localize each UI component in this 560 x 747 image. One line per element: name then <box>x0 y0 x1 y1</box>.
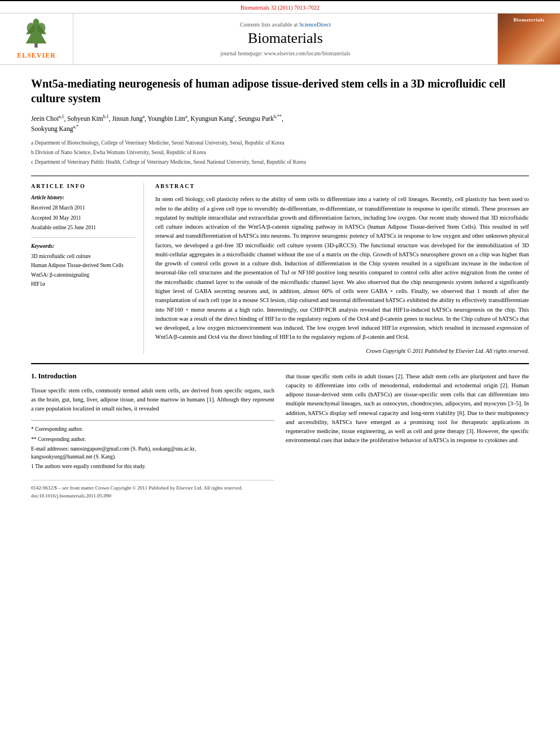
journal-title-area: Contents lists available at ScienceDirec… <box>73 14 498 64</box>
elsevier-logo-area: ELSEVIER <box>0 14 73 64</box>
footnote-dstar: ** Corresponding author. <box>31 435 274 443</box>
affiliation-c: c Department of Veterinary Public Health… <box>31 158 529 167</box>
article-info-heading: ARTICLE INFO <box>31 183 135 189</box>
author1-sup: a,1 <box>59 114 64 119</box>
affiliations: a Department of Biotechnology, College o… <box>31 139 529 167</box>
author3-sup: a <box>143 114 145 119</box>
keyword-2: Human Adipose Tissue-derived Stem Cells <box>31 261 135 269</box>
introduction-section: 1. Introduction Tissue specific stem cel… <box>31 363 529 500</box>
accepted-date: Accepted 30 May 2011 <box>31 214 135 222</box>
author5-sup: c <box>233 114 235 119</box>
author7-sup: a,* <box>73 125 78 130</box>
author1: Jeein Choi <box>31 115 59 122</box>
author2: Sohyeun Kim <box>67 115 103 122</box>
svg-point-4 <box>33 19 40 27</box>
affiliation-a: a Department of Biotechnology, College o… <box>31 139 529 147</box>
footnote-email: E-mail addresses: nanosingapore@gmail.co… <box>31 445 274 461</box>
article-info-abstract: ARTICLE INFO Article history: Received 2… <box>31 176 529 353</box>
body-left-col: 1. Introduction Tissue specific stem cel… <box>31 372 274 500</box>
elsevier-tree-icon <box>19 19 53 50</box>
page-wrapper: Biomaterials 32 (2011) 7013–7022 ELSEVIE… <box>0 0 560 747</box>
authors: Jeein Choia,1, Sohyeun Kimb,1, Jinsun Ju… <box>31 113 529 134</box>
intro-title: 1. Introduction <box>31 372 274 381</box>
abstract-col: ABSTRACT In stem cell biology, cell plas… <box>155 183 529 353</box>
abstract-heading: ABSTRACT <box>155 183 529 189</box>
author3: Jinsun Jung <box>112 115 143 122</box>
journal-header: Biomaterials 32 (2011) 7013–7022 ELSEVIE… <box>0 0 560 65</box>
journal-homepage: journal homepage: www.elsevier.com/locat… <box>221 50 351 56</box>
header-inner: ELSEVIER Contents lists available at Sci… <box>0 13 560 64</box>
sciencedirect-link[interactable]: ScienceDirect <box>299 21 331 28</box>
author4-sup: a <box>185 114 187 119</box>
sciencedirect-text: Contents lists available at ScienceDirec… <box>240 21 331 28</box>
available-date: Available online 25 June 2011 <box>31 224 135 231</box>
intro-para1: Tissue specific stem cells, commonly ter… <box>31 386 274 414</box>
email2: sookang@snu.ac.kr, <box>152 446 196 452</box>
received-date: Received 28 March 2011 <box>31 204 135 212</box>
footnote-1: 1 The authors were equally contributed f… <box>31 462 274 470</box>
author7: Sookyung Kang <box>31 125 73 132</box>
keywords-label: Keywords: <box>31 243 135 249</box>
footer-bar: 0142-9612/$ – see front matter Crown Cop… <box>31 480 274 500</box>
intro-para2: that tissue specific stem cells in adult… <box>286 372 529 445</box>
keyword-3: Wnt5A/ β-cateninsignaling <box>31 271 135 279</box>
email3: kangsookyung@hanmail.net (S. Kang). <box>31 454 116 460</box>
author4: Youngbin Lim <box>147 115 185 122</box>
keyword-1: 3D microfluidic cell culture <box>31 252 135 260</box>
elsevier-logo: ELSEVIER <box>17 19 56 60</box>
copyright-text: Crown Copyright © 2011 Published by Else… <box>155 348 529 354</box>
author6-sup: b,** <box>274 114 282 119</box>
email-label: E-mail addresses: <box>31 446 69 452</box>
journal-name: Biomaterials <box>248 30 323 47</box>
author2-sup: b,1 <box>103 114 109 119</box>
keyword-4: HIF1α <box>31 280 135 288</box>
article-info-col: ARTICLE INFO Article history: Received 2… <box>31 183 144 353</box>
body-right-col: that tissue specific stem cells in adult… <box>286 372 529 500</box>
divider <box>31 237 135 238</box>
author6: Seungsu Park <box>238 115 274 122</box>
main-content: Wnt5a-mediating neurogenesis of human ad… <box>0 65 560 511</box>
journal-citation: Biomaterials 32 (2011) 7013–7022 <box>0 5 560 11</box>
footnotes: * Corresponding author. ** Corresponding… <box>31 420 274 470</box>
footnote-star: * Corresponding author. <box>31 425 274 433</box>
affiliation-b: b Division of Nano Science, Ewha Womans … <box>31 148 529 157</box>
footer-issn: 0142-9612/$ – see front matter Crown Cop… <box>31 484 274 492</box>
biomaterials-logo-area: Biomaterials <box>498 14 560 64</box>
footer-doi: doi:10.1016/j.biomaterials.2011.05.090 <box>31 492 274 500</box>
author5: Kyungsun Kang <box>191 115 233 122</box>
abstract-text: In stem cell biology, cell plasticity re… <box>155 195 529 342</box>
body-two-col: 1. Introduction Tissue specific stem cel… <box>31 372 529 500</box>
article-history-label: Article history: <box>31 195 135 200</box>
article-title: Wnt5a-mediating neurogenesis of human ad… <box>31 76 529 106</box>
elsevier-text: ELSEVIER <box>17 51 56 60</box>
biomaterials-logo-text: Biomaterials <box>498 17 560 23</box>
email1: nanosingapore@gmail.com (S. Park), <box>71 446 151 452</box>
